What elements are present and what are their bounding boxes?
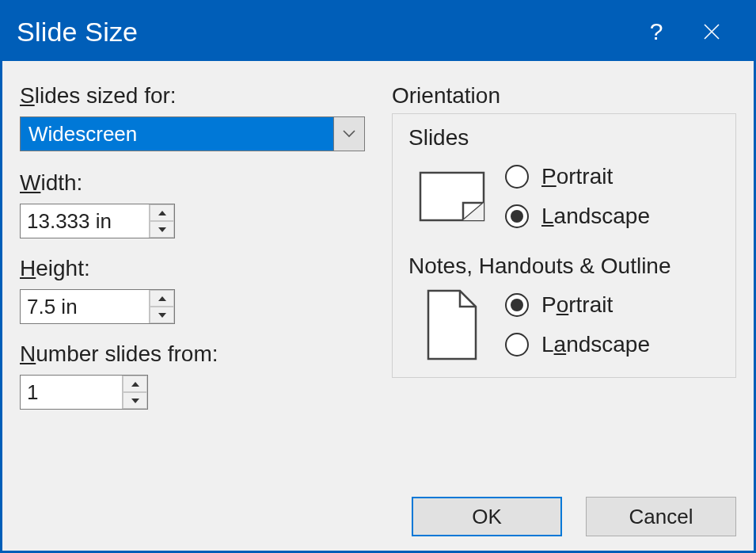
chevron-down-icon [343, 130, 355, 138]
help-icon: ? [650, 18, 663, 45]
width-spinner[interactable]: 13.333 in [20, 204, 175, 238]
caret-up-icon [158, 296, 167, 302]
slides-radios: Portrait Landscape [505, 164, 650, 229]
number-spinner-buttons [122, 376, 147, 409]
right-column: Orientation Slides [392, 83, 736, 536]
radio-label: Portrait [541, 292, 613, 318]
caret-down-icon [158, 227, 167, 233]
caret-down-icon [158, 312, 167, 318]
help-button[interactable]: ? [629, 2, 684, 61]
orientation-label: Orientation [392, 83, 736, 109]
landscape-page-icon [416, 157, 488, 236]
notes-radios: Portrait Landscape [505, 292, 650, 357]
height-value[interactable]: 7.5 in [21, 290, 149, 323]
slides-sized-for-value: Widescreen [20, 116, 333, 151]
width-value[interactable]: 13.333 in [21, 204, 149, 238]
svg-marker-11 [428, 291, 476, 359]
height-spin-down[interactable] [150, 307, 174, 323]
ok-button[interactable]: OK [412, 497, 562, 536]
notes-landscape-radio[interactable]: Landscape [505, 332, 650, 357]
left-column: Slides sized for: Widescreen Width: 13.3… [20, 83, 368, 536]
caret-down-icon [131, 398, 140, 404]
notes-orientation-row: Portrait Landscape [405, 285, 723, 364]
radio-icon [505, 333, 529, 357]
cancel-button[interactable]: Cancel [586, 497, 736, 536]
titlebar: Slide Size ? [2, 2, 754, 61]
slides-sized-for-combo[interactable]: Widescreen [20, 116, 365, 151]
portrait-page-icon [416, 285, 488, 364]
svg-marker-4 [158, 296, 166, 301]
slide-size-dialog: Slide Size ? Slides sized for: Widescree… [0, 0, 756, 553]
height-spinner-buttons [149, 290, 174, 323]
close-icon [703, 23, 720, 40]
caret-up-icon [158, 210, 167, 216]
width-spinner-buttons [149, 204, 174, 238]
caret-up-icon [131, 381, 140, 387]
number-slides-from-label: Number slides from: [20, 341, 368, 367]
slides-sized-for-label: Slides sized for: [20, 83, 368, 109]
dialog-title: Slide Size [17, 17, 629, 48]
svg-marker-3 [158, 227, 166, 232]
radio-icon [505, 165, 529, 189]
width-spin-down[interactable] [150, 221, 174, 238]
notes-subgroup-label: Notes, Handouts & Outline [408, 254, 723, 279]
slides-landscape-radio[interactable]: Landscape [505, 204, 650, 229]
svg-marker-2 [158, 211, 166, 215]
close-button[interactable] [684, 2, 739, 61]
slides-subgroup-label: Slides [408, 125, 723, 151]
combo-dropdown-button[interactable] [333, 116, 365, 151]
radio-label: Landscape [541, 332, 650, 357]
radio-icon-selected [505, 204, 529, 228]
slides-portrait-radio[interactable]: Portrait [505, 164, 650, 189]
number-from-spinner[interactable]: 1 [20, 375, 148, 410]
svg-marker-7 [131, 399, 139, 403]
height-label: Height: [20, 256, 368, 281]
radio-label: Landscape [541, 204, 650, 229]
number-spin-up[interactable] [123, 376, 147, 392]
svg-marker-6 [131, 382, 139, 387]
svg-marker-5 [158, 313, 166, 318]
width-label: Width: [20, 170, 368, 196]
height-spinner[interactable]: 7.5 in [20, 289, 175, 324]
slides-orientation-row: Portrait Landscape [405, 157, 723, 236]
notes-portrait-radio[interactable]: Portrait [505, 292, 650, 318]
radio-icon-selected [505, 293, 529, 317]
dialog-footer: OK Cancel [412, 497, 736, 536]
radio-label: Portrait [541, 164, 613, 189]
number-spin-down[interactable] [123, 392, 147, 409]
dialog-content: Slides sized for: Widescreen Width: 13.3… [2, 61, 754, 551]
height-spin-up[interactable] [150, 290, 174, 307]
number-from-value[interactable]: 1 [21, 376, 122, 409]
orientation-group: Slides Portrait [392, 113, 736, 378]
width-spin-up[interactable] [150, 204, 174, 221]
